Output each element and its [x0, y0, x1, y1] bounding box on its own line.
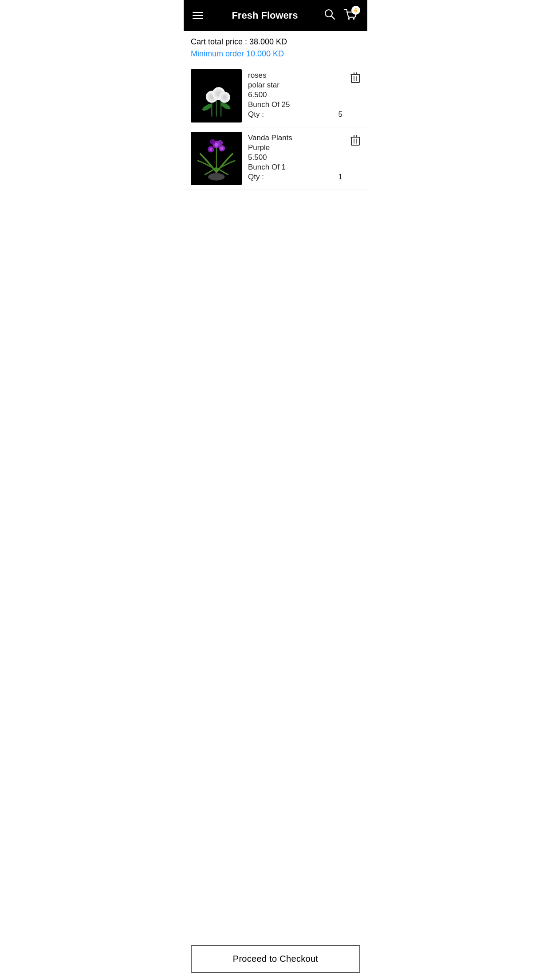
qty-value: 5 — [338, 110, 360, 119]
item-name: Vanda Plants — [248, 134, 360, 142]
app-header: Fresh Flowers 6 — [184, 0, 367, 31]
cart-icon[interactable]: 6 — [342, 8, 358, 24]
svg-point-29 — [209, 148, 212, 151]
item-price: 5.500 — [248, 153, 360, 162]
item-variant: polar star — [248, 81, 360, 90]
item-image — [191, 69, 242, 122]
app-title: Fresh Flowers — [206, 10, 324, 21]
item-details: Vanda Plants Purple 5.500 Bunch Of 1 Qty… — [242, 132, 360, 182]
cart-item: Vanda Plants Purple 5.500 Bunch Of 1 Qty… — [184, 127, 367, 190]
item-qty-row: Qty : 5 — [248, 110, 360, 119]
cart-items: roses polar star 6.500 Bunch Of 25 Qty :… — [184, 65, 367, 190]
item-qty-row: Qty : 1 — [248, 173, 360, 182]
svg-point-24 — [208, 173, 224, 181]
cart-summary: Cart total price : 38.000 KD Minimum ord… — [184, 31, 367, 65]
delete-item-button[interactable] — [350, 134, 360, 149]
qty-value: 1 — [338, 173, 360, 182]
header-icons: 6 — [324, 8, 358, 24]
item-price: 6.500 — [248, 91, 360, 99]
search-icon[interactable] — [324, 8, 335, 23]
svg-point-32 — [210, 139, 215, 145]
svg-point-31 — [220, 147, 223, 150]
svg-point-17 — [223, 95, 226, 99]
cart-item: roses polar star 6.500 Bunch Of 25 Qty :… — [184, 65, 367, 127]
qty-label: Qty : — [248, 173, 264, 182]
svg-rect-34 — [351, 137, 359, 145]
qty-label: Qty : — [248, 110, 264, 119]
svg-point-2 — [348, 18, 350, 20]
cart-total: Cart total price : 38.000 KD — [191, 37, 360, 47]
item-name: roses — [248, 71, 360, 80]
item-bunch: Bunch Of 25 — [248, 100, 360, 109]
hamburger-menu[interactable] — [193, 12, 206, 19]
svg-rect-18 — [351, 75, 359, 83]
cart-badge: 6 — [351, 6, 360, 15]
item-bunch: Bunch Of 1 — [248, 163, 360, 172]
svg-point-33 — [217, 140, 223, 146]
item-variant: Purple — [248, 143, 360, 152]
item-details: roses polar star 6.500 Bunch Of 25 Qty :… — [242, 69, 360, 119]
item-image — [191, 132, 242, 185]
delete-item-button[interactable] — [350, 72, 360, 86]
svg-line-1 — [331, 16, 335, 19]
svg-point-3 — [353, 18, 355, 20]
min-order: Minimum order 10.000 KD — [191, 49, 360, 59]
